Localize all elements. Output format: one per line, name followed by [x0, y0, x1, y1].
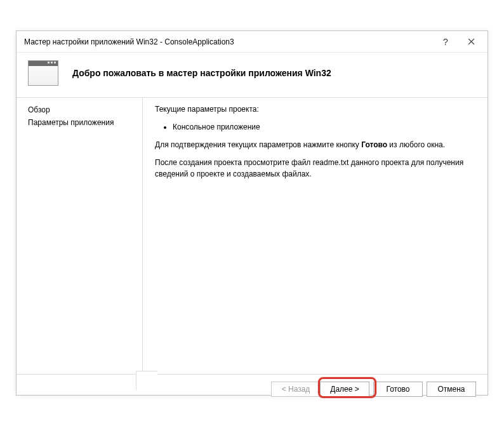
divider-horizontal: [17, 97, 487, 98]
next-button[interactable]: Далее >: [320, 382, 369, 397]
params-list: Консольное приложение: [155, 121, 475, 133]
cancel-button[interactable]: Отмена: [427, 382, 476, 397]
sidebar-item-overview[interactable]: Обзор: [28, 103, 138, 116]
after-create-text: После создания проекта просмотрите файл …: [155, 157, 475, 180]
window-icon: [28, 60, 58, 86]
sidebar: Обзор Параметры приложения: [17, 97, 142, 374]
confirm-text: Для подтверждения текущих параметров наж…: [155, 139, 475, 150]
back-button: < Назад: [271, 382, 321, 397]
footer: < Назад Далее > Готово Отмена: [17, 374, 487, 403]
content-area: Текущие параметры проекта: Консольное пр…: [142, 97, 487, 374]
close-icon: [468, 38, 475, 45]
help-button[interactable]: ?: [439, 36, 452, 48]
finish-button[interactable]: Готово: [373, 382, 423, 397]
titlebar: Мастер настройки приложений Win32 - Cons…: [17, 31, 487, 53]
params-list-item: Консольное приложение: [173, 121, 475, 133]
body-section: Обзор Параметры приложения Текущие парам…: [17, 97, 487, 374]
current-params-label: Текущие параметры проекта:: [155, 103, 475, 115]
titlebar-controls: ?: [439, 36, 482, 48]
page-title: Добро пожаловать в мастер настройки прил…: [72, 68, 331, 78]
wizard-window: Мастер настройки приложений Win32 - Cons…: [16, 30, 488, 396]
sidebar-item-app-settings[interactable]: Параметры приложения: [28, 116, 138, 129]
close-button[interactable]: [465, 36, 477, 48]
footer-decor: [136, 371, 157, 390]
nav-button-group: < Назад Далее >: [271, 382, 369, 397]
divider-vertical: [142, 97, 143, 374]
header-section: Добро пожаловать в мастер настройки прил…: [17, 53, 487, 97]
window-title: Мастер настройки приложений Win32 - Cons…: [22, 37, 439, 46]
